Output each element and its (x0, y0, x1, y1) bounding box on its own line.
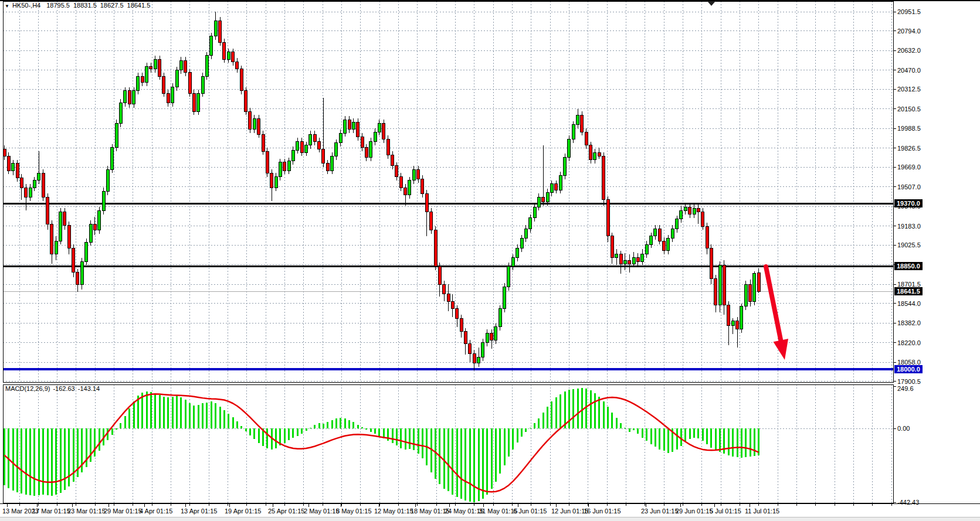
time-axis-label: 13 Apr 01:15 (181, 508, 217, 515)
candle (378, 124, 381, 132)
candle (533, 207, 536, 218)
candle (460, 318, 463, 332)
candle (736, 321, 739, 329)
macd-histogram-bar (374, 428, 376, 434)
candle (124, 91, 127, 103)
macd-histogram-bar (551, 401, 552, 428)
candle (443, 284, 446, 294)
ohlc-high: 18831.5 (73, 2, 97, 9)
candle (568, 139, 571, 158)
macd-histogram-bar (732, 428, 734, 457)
candle (731, 321, 734, 325)
macd-histogram-bar (51, 428, 53, 496)
candle (59, 212, 62, 241)
time-axis-label: 24 May 01:15 (445, 508, 484, 515)
candle (537, 197, 540, 207)
macd-label: MACD(12,26,9)-162.63-143.14 (5, 385, 103, 392)
candle (150, 67, 152, 69)
candle (456, 309, 459, 319)
candle (171, 87, 174, 103)
macd-histogram-bar (577, 389, 579, 428)
candle (723, 265, 725, 305)
macd-histogram-bar (133, 401, 135, 428)
macd-histogram-bar (202, 403, 204, 428)
macd-histogram-bar (29, 428, 31, 495)
candle (663, 241, 666, 251)
macd-histogram-bar (655, 428, 656, 447)
time-axis-label: 12 May 01:15 (374, 508, 413, 515)
price-axis-label: 20794.0 (897, 28, 921, 35)
current-price-badge: 18641.5 (894, 287, 923, 295)
candle (133, 91, 135, 104)
candle (486, 333, 489, 343)
macd-axis-label: 249.6 (897, 385, 914, 392)
candle (464, 332, 467, 344)
symbol-dropdown-icon[interactable]: ▼ (5, 4, 9, 9)
candle (386, 139, 389, 155)
candle (564, 158, 567, 176)
candle (520, 239, 523, 248)
macd-histogram-bar (55, 428, 57, 495)
candle (318, 142, 321, 149)
macd-histogram-bar (275, 428, 277, 448)
candle (714, 278, 717, 305)
candle (111, 148, 114, 169)
macd-histogram-bar (581, 388, 583, 428)
macd-histogram-bar (512, 428, 514, 450)
candle (7, 156, 10, 171)
macd-histogram-bar (42, 428, 44, 495)
candle (408, 181, 411, 195)
candle (636, 258, 639, 261)
macd-histogram-bar (633, 428, 635, 430)
level-price-badge: 18000.0 (894, 365, 923, 373)
candle (205, 56, 208, 76)
candle (365, 148, 368, 158)
candle (42, 173, 45, 197)
candle (391, 155, 394, 166)
macd-histogram-bar (176, 396, 178, 428)
candle (223, 42, 226, 59)
candle (689, 207, 691, 214)
macd-histogram-bar (94, 428, 96, 457)
time-axis-label: 25 Apr 01:15 (268, 508, 304, 515)
macd-histogram-bar (659, 428, 660, 450)
macd-histogram-bar (530, 428, 531, 428)
candle (12, 164, 15, 171)
macd-histogram-bar (348, 420, 350, 428)
price-axis-label: 20470.0 (897, 67, 921, 74)
chart-window: ▼HK50-,H418795.518831.518627.518641.5 MA… (0, 0, 980, 521)
candle (581, 115, 584, 132)
candle (266, 151, 269, 173)
macd-histogram-bar (693, 428, 695, 438)
time-axis-label: 29 Mar 01:15 (104, 508, 142, 515)
macd-histogram-bar (249, 428, 251, 435)
trend-arrow-shaft[interactable] (766, 267, 781, 340)
price-axis-label: 19826.5 (897, 145, 921, 152)
macd-histogram-bar (754, 428, 755, 456)
macd-histogram-bar (60, 428, 62, 493)
price-axis-label: 19669.0 (897, 164, 921, 171)
candle (430, 212, 433, 230)
time-axis-label: 23 Mar 01:15 (67, 508, 106, 515)
trend-arrow-head[interactable] (774, 339, 788, 360)
candle (93, 224, 96, 230)
macd-histogram-bar (68, 428, 70, 486)
macd-indicator (4, 388, 759, 502)
candle (382, 124, 385, 139)
macd-histogram-bar (116, 428, 117, 430)
candle (524, 229, 527, 239)
macd-histogram-bar (211, 401, 212, 428)
macd-histogram-bar (396, 428, 398, 445)
candle (210, 36, 213, 56)
chart-title: ▼HK50-,H418795.518831.518627.518641.5 (5, 2, 154, 9)
macd-histogram-bar (99, 428, 100, 451)
time-axis-label: 5 Jul 01:15 (710, 508, 741, 515)
macd-histogram-bar (172, 397, 174, 428)
trend-arrow[interactable] (766, 267, 788, 360)
candle (29, 188, 32, 197)
macd-histogram-bar (392, 428, 394, 443)
price-axis-label: 18382.0 (897, 319, 921, 326)
macd-histogram-bar (331, 420, 333, 428)
macd-histogram-bar (508, 428, 510, 457)
macd-histogram-bar (12, 428, 14, 491)
